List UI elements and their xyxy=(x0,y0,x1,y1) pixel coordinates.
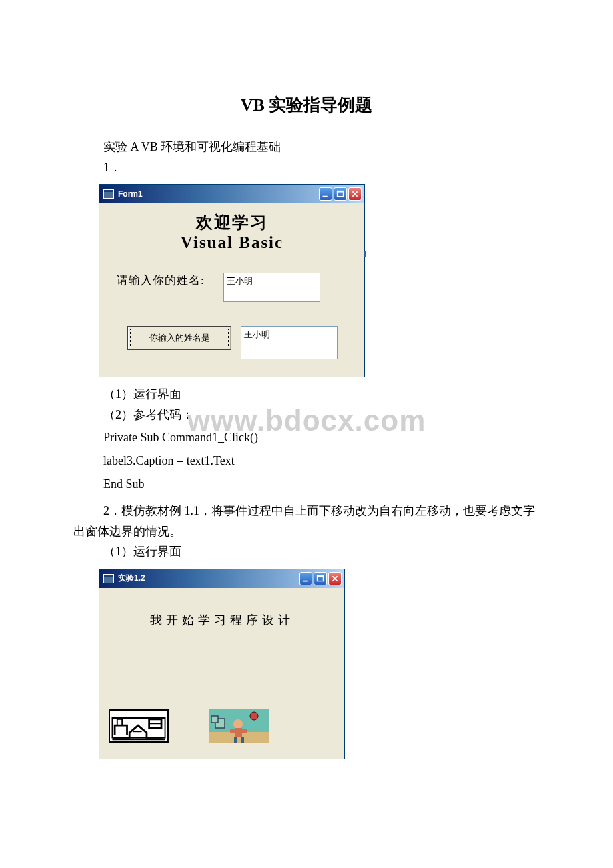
svg-rect-26 xyxy=(211,716,218,723)
left-house-image[interactable] xyxy=(109,709,169,743)
note-2: （2）参考代码： xyxy=(73,405,540,425)
item-2-text: 2．模仿教材例 1.1，将事件过程中自上而下移动改为自右向左移动，也要考虑文字出… xyxy=(73,501,540,541)
svg-rect-23 xyxy=(234,737,237,743)
form2-body: 我开始学习程序设计 xyxy=(99,588,344,759)
figure-icon xyxy=(209,709,269,743)
form2-titlebar[interactable]: 实验1.2 xyxy=(99,569,344,588)
window-icon xyxy=(103,189,114,199)
form2-title-text: 实验1.2 xyxy=(118,573,145,584)
slogan-label: 我开始学习程序设计 xyxy=(99,612,344,628)
form2-window: 实验1.2 我开始学习程序设计 xyxy=(99,569,345,759)
svg-point-19 xyxy=(233,719,243,729)
form1-titlebar[interactable]: Form1 xyxy=(99,185,364,203)
code-line-1: Private Sub Command1_Click() xyxy=(73,427,540,448)
svg-rect-22 xyxy=(242,729,247,733)
form1-title-text: Form1 xyxy=(118,189,143,199)
welcome-heading: 欢迎学习 Visual Basic xyxy=(110,213,354,253)
name-output-label: 王小明 xyxy=(241,326,338,359)
side-marker xyxy=(364,251,366,257)
svg-marker-15 xyxy=(112,738,165,740)
welcome-line1: 欢迎学习 xyxy=(110,213,354,233)
svg-point-18 xyxy=(250,712,258,720)
minimize-button[interactable] xyxy=(299,572,312,585)
name-input[interactable]: 王小明 xyxy=(223,273,320,302)
welcome-line2: Visual Basic xyxy=(110,233,354,253)
form1-body: 欢迎学习 Visual Basic 请输入你的姓名: 王小明 你输入的姓名是 王… xyxy=(99,203,364,377)
output-row: 你输入的姓名是 王小明 xyxy=(110,326,354,359)
note-3: （1）运行界面 xyxy=(73,541,540,562)
maximize-button[interactable] xyxy=(314,572,327,585)
svg-rect-20 xyxy=(235,728,242,737)
page-title: VB 实验指导例题 xyxy=(73,93,540,117)
item-1-number: 1． xyxy=(73,157,540,178)
form1-window: Form1 欢迎学习 Visual Basic 请输入你的姓名: 王小明 你输 xyxy=(99,184,365,377)
note-1: （1）运行界面 xyxy=(73,384,540,405)
svg-rect-24 xyxy=(241,737,244,743)
name-prompt-label: 请输入你的姓名: xyxy=(117,273,223,288)
code-line-2: label3.Caption = text1.Text xyxy=(73,451,540,471)
minimize-button[interactable] xyxy=(319,187,332,201)
house-icon xyxy=(110,711,167,741)
close-button[interactable] xyxy=(328,572,342,585)
input-row: 请输入你的姓名: 王小明 xyxy=(110,273,354,302)
subtitle-text: 实验 A VB 环境和可视化编程基础 xyxy=(73,137,540,157)
close-button[interactable] xyxy=(348,187,362,201)
code-line-3: End Sub xyxy=(73,474,540,495)
document-page: VB 实验指导例题 实验 A VB 环境和可视化编程基础 1． Form1 欢迎… xyxy=(0,0,613,799)
svg-rect-21 xyxy=(230,729,235,733)
window-icon xyxy=(103,574,114,583)
show-name-button[interactable]: 你输入的姓名是 xyxy=(127,326,231,350)
right-figure-image[interactable] xyxy=(209,709,269,743)
maximize-button[interactable] xyxy=(334,187,347,201)
